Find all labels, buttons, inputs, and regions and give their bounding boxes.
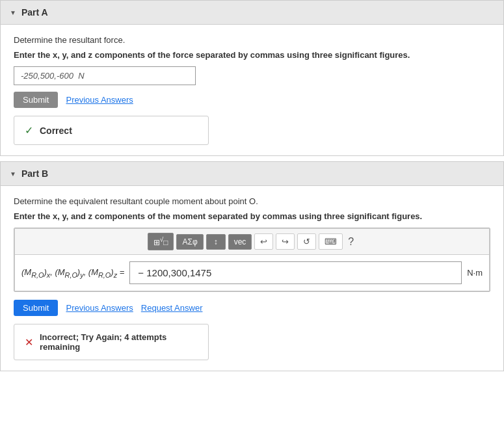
part-a-bold-instruction: Enter the x, y, and z components of the … (14, 50, 490, 60)
part-b-action-row: Submit Previous Answers Request Answer (14, 300, 490, 316)
math-input-wrapper: ⊞√□ ΑΣφ ↕ vec ↩ ↪ ↺ ⌨ ? (MR,O)x, (MR,O)y… (14, 228, 490, 292)
part-b-title: Part B (21, 168, 48, 179)
part-a-body: Determine the resultant force. Enter the… (1, 25, 503, 155)
part-b-section: ▼ Part B Determine the equivalent result… (0, 161, 504, 371)
toolbar-matrix-button[interactable]: ⊞√□ (148, 233, 174, 250)
part-b-previous-answers-button[interactable]: Previous Answers (66, 303, 133, 313)
unit-label: N·m (467, 268, 483, 278)
part-a-input-row (14, 66, 490, 85)
math-input-container: (MR,O)x, (MR,O)y, (MR,O)z = N·m (14, 254, 490, 291)
toolbar-keyboard-button[interactable]: ⌨ (319, 233, 343, 250)
toolbar-symbol-button[interactable]: ΑΣφ (176, 234, 203, 250)
part-a-submit-button[interactable]: Submit (14, 92, 58, 108)
part-b-result-text: Incorrect; Try Again; 4 attempts remaini… (40, 332, 198, 352)
toolbar-vec-button[interactable]: vec (228, 234, 252, 250)
part-b-body: Determine the equivalent resultant coupl… (1, 186, 503, 371)
part-a-result-text: Correct (40, 125, 72, 136)
part-b-request-answer-button[interactable]: Request Answer (141, 303, 203, 313)
part-b-chevron-icon[interactable]: ▼ (10, 170, 16, 178)
toolbar-arrows-button[interactable]: ↕ (206, 234, 226, 250)
part-b-result-box: ✕ Incorrect; Try Again; 4 attempts remai… (14, 324, 209, 360)
part-a-section: ▼ Part A Determine the resultant force. … (0, 0, 504, 156)
math-input-row: (MR,O)x, (MR,O)y, (MR,O)z = N·m (21, 261, 483, 284)
part-a-previous-answers-button[interactable]: Previous Answers (66, 95, 133, 105)
part-a-answer-input[interactable] (14, 66, 196, 85)
toolbar-help-button[interactable]: ? (345, 233, 356, 250)
part-a-header: ▼ Part A (1, 1, 503, 25)
part-b-input-label: (MR,O)x, (MR,O)y, (MR,O)z = (21, 267, 124, 279)
part-a-action-row: Submit Previous Answers (14, 92, 490, 108)
x-icon: ✕ (25, 336, 33, 349)
toolbar-refresh-button[interactable]: ↺ (297, 233, 316, 250)
toolbar-undo-button[interactable]: ↩ (254, 233, 273, 250)
toolbar-redo-button[interactable]: ↪ (276, 233, 295, 250)
part-b-header: ▼ Part B (1, 162, 503, 186)
math-toolbar: ⊞√□ ΑΣφ ↕ vec ↩ ↪ ↺ ⌨ ? (14, 228, 490, 254)
check-icon: ✓ (25, 124, 33, 137)
part-a-chevron-icon[interactable]: ▼ (10, 9, 16, 16)
part-a-title: Part A (21, 7, 48, 18)
part-b-answer-input[interactable] (129, 261, 462, 284)
part-b-bold-instruction: Enter the x, y, and z components of the … (14, 211, 490, 221)
part-b-submit-button[interactable]: Submit (14, 300, 58, 316)
part-a-instruction: Determine the resultant force. (14, 35, 490, 45)
part-b-instruction: Determine the equivalent resultant coupl… (14, 196, 490, 206)
part-a-result-box: ✓ Correct (14, 116, 209, 145)
